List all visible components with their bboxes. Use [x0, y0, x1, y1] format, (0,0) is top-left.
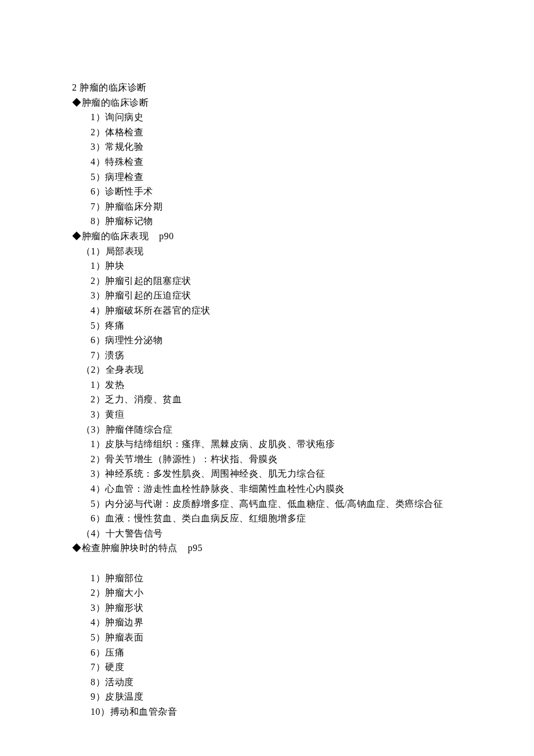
- text-line: 3）神经系统：多发性肌炎、周围神经炎、肌无力综合征: [91, 466, 534, 481]
- text-line: 2 肿瘤的临床诊断: [72, 80, 534, 95]
- text-line: 8）肿瘤标记物: [91, 214, 534, 229]
- text-line: 7）溃疡: [91, 348, 534, 363]
- text-line: 5）病理检查: [91, 170, 534, 185]
- text-line: 6）病理性分泌物: [91, 333, 534, 348]
- text-line: （1）局部表现: [81, 244, 534, 259]
- text-line: 4）心血管：游走性血栓性静脉炎、非细菌性血栓性心内膜炎: [91, 481, 534, 496]
- text-line: 2）骨关节增生（肺源性）：杵状指、骨膜炎: [91, 452, 534, 467]
- text-line: 9）皮肤温度: [91, 689, 534, 704]
- text-line: ◆肿瘤的临床诊断: [72, 95, 534, 110]
- text-line: 3）肿瘤引起的压迫症状: [91, 288, 534, 303]
- text-line: 3）肿瘤形状: [91, 600, 534, 615]
- document-body: 2 肿瘤的临床诊断◆肿瘤的临床诊断1）询问病史2）体格检查3）常规化验4）特殊检…: [72, 80, 534, 719]
- text-line: 8）活动度: [91, 675, 534, 690]
- text-line: 5）肿瘤表面: [91, 630, 534, 645]
- text-line: （2）全身表现: [81, 362, 534, 377]
- text-line: 2）肿瘤大小: [91, 585, 534, 600]
- text-line: （4）十大警告信号: [81, 526, 534, 541]
- text-line: 5）疼痛: [91, 318, 534, 333]
- text-line: 1）询问病史: [91, 110, 534, 125]
- text-line: 4）肿瘤边界: [91, 615, 534, 630]
- text-line: 5）内分泌与代谢：皮质醇增多症、高钙血症、低血糖症、低/高钠血症、类癌综合征: [91, 496, 534, 512]
- text-line: 6）压痛: [91, 645, 534, 660]
- text-line: ◆肿瘤的临床表现 p90: [72, 229, 534, 244]
- text-line: 2）肿瘤引起的阻塞症状: [91, 273, 534, 289]
- text-line: 7）硬度: [91, 660, 534, 675]
- text-line: 1）皮肤与结缔组织：瘙痒、黑棘皮病、皮肌炎、带状疱疹: [91, 437, 534, 452]
- text-line: 6）诊断性手术: [91, 184, 534, 199]
- text-line: 1）发热: [91, 377, 534, 393]
- text-line: 3）黄疸: [91, 407, 534, 422]
- text-line: 7）肿瘤临床分期: [91, 199, 534, 214]
- text-line: 6）血液：慢性贫血、类白血病反应、红细胞增多症: [91, 511, 534, 526]
- text-line: 3）常规化验: [91, 139, 534, 154]
- text-line: 10）搏动和血管杂音: [91, 704, 534, 719]
- text-line: 1）肿块: [91, 258, 534, 273]
- text-line: 2）体格检查: [91, 125, 534, 140]
- text-line: 2）乏力、消瘦、贫血: [91, 392, 534, 407]
- text-line: [91, 556, 534, 571]
- text-line: 4）特殊检查: [91, 154, 534, 170]
- text-line: 4）肿瘤破坏所在器官的症状: [91, 303, 534, 318]
- text-line: ◆检查肿瘤肿块时的特点 p95: [72, 541, 534, 556]
- text-line: 1）肿瘤部位: [91, 571, 534, 586]
- text-line: （3）肿瘤伴随综合症: [81, 422, 534, 437]
